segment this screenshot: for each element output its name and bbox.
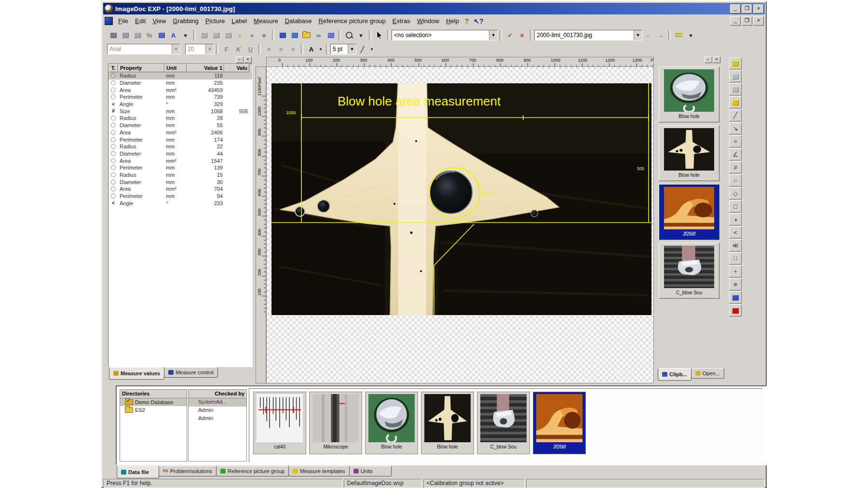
checked-by-item[interactable]: SystemAd... [189, 398, 246, 407]
angle-open-tool[interactable]: ≪ [729, 239, 742, 251]
table-row[interactable]: Diametermm55 [108, 122, 252, 129]
chevron-down-icon[interactable]: ▼ [205, 44, 214, 54]
menu-file[interactable]: File [115, 16, 132, 26]
pen-size-combo[interactable]: 5 pt▼ [330, 44, 356, 54]
binoculars-icon[interactable]: ∞ [313, 30, 324, 40]
table-row[interactable]: <Angle°329 [108, 101, 252, 108]
rectangle-tool[interactable]: □ [729, 200, 742, 212]
table-row[interactable]: Diametermm44 [108, 150, 252, 158]
cancel-cross-icon[interactable]: × [516, 30, 528, 40]
align-left-button[interactable]: ≡ [263, 44, 274, 54]
line-tool[interactable]: ╱ [729, 109, 742, 121]
menu-reference-picture-group[interactable]: Reference picture group [315, 16, 389, 26]
table-row[interactable]: Perimetermm739 [108, 93, 252, 101]
align-center-button[interactable]: ≡ [275, 44, 286, 54]
size-tool[interactable]: # [729, 161, 742, 173]
save-picture-icon[interactable] [277, 30, 288, 40]
column-header-unit[interactable]: Unit [164, 64, 187, 72]
child-minimize-button[interactable]: _ [730, 16, 741, 26]
restore-button[interactable]: ❐ [742, 4, 752, 13]
label-selection-combo[interactable]: <no selection>▼ [392, 30, 498, 40]
delete-label-icon[interactable]: × [234, 30, 245, 40]
table-row[interactable]: Radiusmm118 [108, 72, 252, 79]
filmstrip-thumbnail[interactable]: C_blow Sou [477, 392, 530, 454]
panel-close-icon[interactable]: × [244, 56, 252, 63]
panel-close-icon[interactable]: × [713, 56, 720, 63]
menu-extras[interactable]: Extras [389, 16, 414, 26]
chevron-down-icon[interactable]: ▼ [489, 30, 497, 40]
font-family-combo[interactable]: Arial▼ [107, 44, 180, 54]
next-picture-icon[interactable]: → [655, 30, 666, 40]
font-color-dropdown[interactable]: ▾ [318, 44, 324, 54]
directory-item[interactable]: ✓Demo Database [120, 398, 187, 406]
picture-thumbnail[interactable]: Blow hole [659, 125, 719, 181]
layers-tool[interactable]: ≡ [729, 278, 742, 290]
label-stamp-icon[interactable] [108, 30, 119, 40]
filmstrip-thumbnail[interactable]: Blow hole [421, 392, 474, 454]
column-header-valu[interactable]: Valu [224, 64, 249, 72]
menu-grabbing[interactable]: Grabbing [169, 16, 202, 26]
child-restore-button[interactable]: ❐ [742, 16, 752, 26]
table-row[interactable]: Diametermm30 [108, 178, 252, 185]
filmstrip-thumbnail[interactable]: Jf26tif [533, 392, 586, 454]
font-color-button[interactable]: A [306, 44, 317, 54]
tab-problem-solutions[interactable]: PSProblem/solutions [159, 466, 217, 476]
arrow-line-tool[interactable]: ↘ [729, 122, 742, 134]
tab-open-[interactable]: Open... [691, 368, 724, 379]
diamond-tool[interactable]: ◇ [729, 187, 742, 199]
new-label-tool[interactable] [729, 57, 742, 69]
context-help-icon[interactable]: ↖? [474, 17, 483, 25]
panel-dock-button[interactable]: ⌐ [236, 56, 244, 63]
picture-thumbnail[interactable]: C_blow Sou [659, 243, 719, 299]
menu-database[interactable]: Database [282, 16, 315, 26]
table-row[interactable]: #Sizemm1058505 [108, 107, 252, 115]
table-row[interactable]: Radiusmm15 [108, 171, 252, 179]
picture-thumbnail[interactable]: Jf26tif [659, 184, 719, 240]
tab-measure-templates[interactable]: Measure templates [288, 466, 350, 476]
picture-thumbnail[interactable]: Blow hole [659, 66, 719, 122]
font-bold-button[interactable]: F [221, 44, 232, 54]
line-width-dropdown[interactable]: ▾ [685, 30, 696, 40]
checked-by-item[interactable]: Admin [189, 407, 246, 415]
ellipse-tool[interactable]: ○ [729, 174, 742, 186]
tab-measure-values[interactable]: Measure values [109, 367, 164, 380]
counter-label-icon[interactable] [222, 30, 233, 40]
line-width-icon[interactable] [673, 30, 684, 40]
point-grid-tool[interactable]: ∷ [729, 252, 742, 264]
column-header-value-1[interactable]: Value 1 [187, 64, 224, 72]
align-right-button[interactable]: ≡ [287, 44, 298, 54]
line-style-dropdown[interactable]: ▾ [369, 44, 375, 54]
table-row[interactable]: Perimetermm139 [108, 164, 252, 171]
display-icon[interactable] [325, 30, 336, 40]
tab-reference-picture-group[interactable]: Reference picture group [216, 466, 289, 476]
column-header-t-[interactable]: T. [108, 64, 118, 72]
table-row[interactable]: Perimetermm94 [108, 193, 252, 200]
tab-clipb-[interactable]: Clipb... [658, 368, 692, 381]
zoom-dropdown[interactable]: ▾ [355, 30, 366, 40]
zoom-fit-tool[interactable]: + [729, 265, 742, 277]
checked-by-item[interactable]: Admin [189, 415, 246, 423]
marker-tool[interactable] [729, 96, 742, 108]
note-tool[interactable] [729, 70, 742, 82]
label-copy-icon[interactable] [120, 30, 131, 40]
minimize-button[interactable]: _ [730, 4, 741, 13]
document-icon[interactable] [105, 17, 113, 25]
tab-measure-control[interactable]: Measure control [164, 367, 218, 378]
help-question-icon[interactable]: ? [465, 17, 469, 25]
directory-item[interactable]: ES2 [120, 406, 187, 414]
filmstrip-thumbnail[interactable]: cal40 [253, 392, 306, 454]
pointer-tool-icon[interactable] [374, 30, 385, 40]
open-folder-icon[interactable] [301, 30, 312, 40]
record-stop-tool[interactable] [729, 304, 742, 317]
table-row[interactable]: <Angle°233 [108, 199, 252, 207]
chevron-down-icon[interactable]: ▼ [348, 44, 356, 54]
child-close-button[interactable]: × [753, 16, 764, 26]
table-row[interactable]: Areamm²1547 [108, 157, 252, 164]
tab-units[interactable]: Units [349, 466, 392, 476]
angle-left-tool[interactable]: < [729, 226, 742, 238]
table-row[interactable]: Areamm²43459 [108, 86, 252, 93]
zoom-tool-icon[interactable] [343, 30, 354, 40]
screen-label-icon[interactable] [156, 30, 167, 40]
label-page-icon[interactable] [132, 30, 143, 40]
line-style-button[interactable]: ╱ [357, 44, 368, 54]
